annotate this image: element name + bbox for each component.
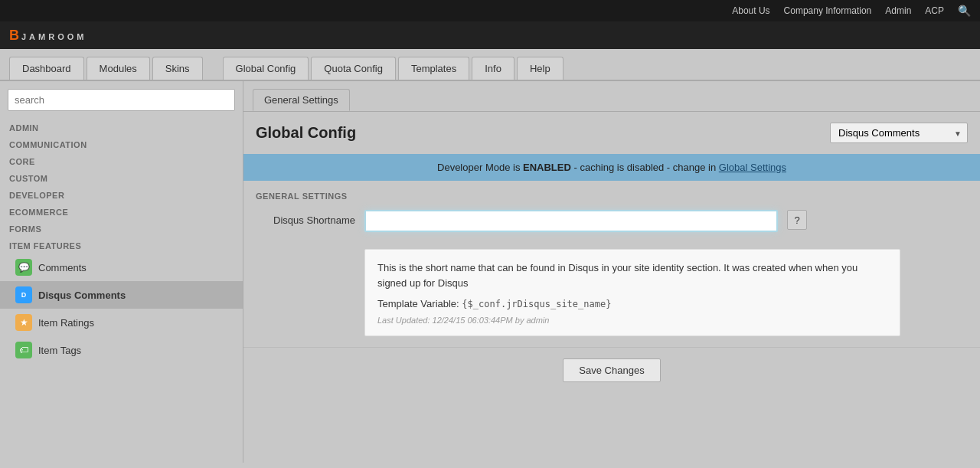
info-box: This is the short name that can be found… [364,249,900,336]
inner-tabs: General Settings [243,81,980,112]
save-button[interactable]: Save Changes [563,358,660,382]
search-input[interactable] [8,89,235,111]
tags-icon: 🏷 [15,342,32,358]
settings-section-title: GENERAL SETTINGS [256,191,968,201]
config-header: Global Config Disqus Comments ▼ [243,112,980,154]
sidebar-section-core[interactable]: CORE [0,152,243,169]
tab-dashboard[interactable]: Dashboard [9,57,84,80]
tab-quota-config[interactable]: Quota Config [311,57,396,80]
sidebar-item-comments-label: Comments [38,262,87,273]
search-icon[interactable]: 🔍 [958,5,971,17]
sidebar-item-disqus-label: Disqus Comments [38,290,126,301]
nav-company-info[interactable]: Company Information [784,5,872,16]
sidebar-item-disqus[interactable]: D Disqus Comments [0,281,243,309]
content-area: ADMIN COMMUNICATION CORE CUSTOM DEVELOPE… [0,81,980,463]
save-area: Save Changes [243,347,980,393]
sidebar-section-communication[interactable]: COMMUNICATION [0,136,243,152]
main-panel: General Settings Global Config Disqus Co… [243,81,980,463]
sidebar-item-ratings-label: Item Ratings [38,317,94,329]
tabs-row: Dashboard Modules Skins Global Config Qu… [0,49,980,81]
tab-general-settings[interactable]: General Settings [253,89,350,111]
nav-about-us[interactable]: About Us [732,5,769,16]
sidebar-section-developer[interactable]: DEVELOPER [0,186,243,203]
field-label-shortname: Disqus Shortname [256,210,355,226]
logo-accent: B [9,28,21,43]
tab-help[interactable]: Help [517,57,564,80]
sidebar-section-forms[interactable]: FORMS [0,220,243,237]
tab-global-config[interactable]: Global Config [223,57,309,80]
dev-banner-enabled: ENABLED [523,162,571,173]
nav-admin[interactable]: Admin [885,5,911,16]
sidebar-item-tags-label: Item Tags [38,345,81,356]
top-nav: About Us Company Information Admin ACP 🔍 [0,0,980,21]
info-box-description: This is the short name that can be found… [377,260,887,290]
template-label: Template Variable: [377,298,459,309]
sidebar: ADMIN COMMUNICATION CORE CUSTOM DEVELOPE… [0,81,243,463]
settings-section: GENERAL SETTINGS Disqus Shortname ? [243,181,980,249]
module-select[interactable]: Disqus Comments [830,123,968,143]
info-box-template: Template Variable: {$_conf.jrDisqus_site… [377,298,887,309]
field-row-shortname: Disqus Shortname ? [256,210,968,232]
dev-banner: Developer Mode is ENABLED - caching is d… [243,154,980,181]
sidebar-item-tags[interactable]: 🏷 Item Tags [0,336,243,364]
logo: BJAMROOM [9,28,87,44]
dropdown-wrapper: Disqus Comments ▼ [830,123,968,143]
tab-modules[interactable]: Modules [87,57,150,80]
logo-sub: JAMROOM [21,32,87,41]
info-box-updated: Last Updated: 12/24/15 06:03:44PM by adm… [377,316,887,325]
sidebar-section-item-features[interactable]: ITEM FEATURES [0,237,243,254]
help-button[interactable]: ? [787,210,807,230]
template-var: {$_conf.jrDisqus_site_name} [462,299,611,309]
comments-icon: 💬 [15,259,32,276]
nav-acp[interactable]: ACP [925,5,944,16]
tab-templates[interactable]: Templates [398,57,469,80]
dev-banner-prefix: Developer Mode is [437,162,523,173]
main-container: Dashboard Modules Skins Global Config Qu… [0,49,980,463]
sidebar-section-custom[interactable]: CUSTOM [0,169,243,186]
sidebar-section-admin[interactable]: ADMIN [0,119,243,136]
tab-skins[interactable]: Skins [152,57,203,80]
sidebar-item-ratings[interactable]: ★ Item Ratings [0,309,243,336]
logo-bar: BJAMROOM [0,21,980,49]
global-settings-link[interactable]: Global Settings [719,162,786,173]
dev-banner-middle: - caching is disabled - change in [571,162,719,173]
ratings-icon: ★ [15,314,32,331]
config-title: Global Config [256,124,356,142]
disqus-shortname-input[interactable] [364,210,778,232]
sidebar-section-ecommerce[interactable]: ECOMMERCE [0,203,243,220]
sidebar-item-comments[interactable]: 💬 Comments [0,254,243,281]
disqus-icon: D [15,286,32,303]
tab-info[interactable]: Info [472,57,514,80]
